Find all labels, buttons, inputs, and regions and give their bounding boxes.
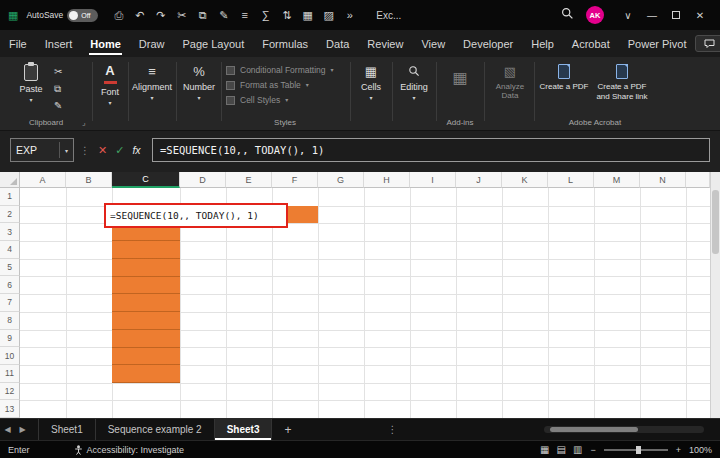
vertical-scrollbar-thumb[interactable] (712, 190, 719, 254)
column-header-i[interactable]: I (410, 172, 456, 188)
table-icon[interactable]: ▦ (297, 9, 318, 22)
zoom-out-button[interactable]: − (590, 445, 595, 455)
comments-button[interactable]: Comments (695, 35, 720, 52)
row-header-13[interactable]: 13 (0, 400, 20, 418)
column-header-e[interactable]: E (226, 172, 272, 188)
close-button[interactable]: ✕ (688, 10, 712, 21)
column-header-g[interactable]: G (318, 172, 364, 188)
formula-input[interactable]: =SEQUENCE(10,, TODAY(), 1) (152, 138, 710, 162)
styles-item-conditional-formatting[interactable]: Conditional Formatting▾ (226, 65, 334, 75)
minimize-button[interactable]: — (640, 10, 664, 21)
search-icon[interactable] (561, 6, 574, 24)
ribbon-tab-power-pivot[interactable]: Power Pivot (619, 30, 696, 57)
column-header-m[interactable]: M (594, 172, 640, 188)
column-header-b[interactable]: B (66, 172, 112, 188)
dialog-launcher-icon[interactable]: ⌟ (82, 118, 86, 127)
column-header-j[interactable]: J (456, 172, 502, 188)
sheet-tab-sequence-example-2[interactable]: Sequence example 2 (96, 419, 215, 440)
cut-button[interactable]: ✂ (54, 67, 62, 77)
select-all-corner[interactable] (0, 172, 20, 188)
row-header-10[interactable]: 10 (0, 347, 20, 365)
page-break-view-icon[interactable]: ▥ (573, 444, 582, 455)
vertical-scrollbar[interactable] (710, 172, 720, 418)
analyze-data-button[interactable]: ▧ Analyze Data (488, 65, 532, 100)
copy-button[interactable]: ⧉ (54, 84, 62, 94)
spill-overflow-cell[interactable] (288, 206, 318, 224)
sheet-tab-sheet1[interactable]: Sheet1 (39, 419, 96, 440)
font-group-button[interactable]: A Font ▾ (94, 65, 126, 106)
cells-group-button[interactable]: ▦ Cells ▾ (352, 65, 390, 101)
fill-color-icon[interactable]: ▨ (318, 9, 339, 22)
alignment-group-button[interactable]: ≡ Alignment ▾ (130, 65, 174, 101)
accessibility-checker[interactable]: Accessibility: Investigate (74, 445, 185, 455)
zoom-slider-thumb[interactable] (636, 446, 641, 454)
ribbon-tab-file[interactable]: File (0, 30, 36, 57)
autosum-icon[interactable]: ∑ (255, 9, 276, 21)
next-sheet-icon[interactable]: ▶ (15, 425, 30, 434)
ribbon-tab-developer[interactable]: Developer (454, 30, 522, 57)
ribbon-tab-formulas[interactable]: Formulas (253, 30, 317, 57)
row-header-7[interactable]: 7 (0, 294, 20, 312)
column-header-k[interactable]: K (502, 172, 548, 188)
maximize-button[interactable] (664, 10, 688, 21)
spreadsheet-grid[interactable]: ABCDEFGHIJKLMN12345678910111213 =SEQUENC… (0, 172, 710, 418)
create-pdf-share-button[interactable]: Create a PDF and Share link (592, 64, 652, 101)
format-painter-icon[interactable]: ✎ (213, 9, 234, 22)
row-header-8[interactable]: 8 (0, 312, 20, 330)
formula-bar-handle[interactable]: ⋮ (80, 145, 90, 156)
horizontal-scrollbar-thumb[interactable] (550, 427, 638, 432)
zoom-slider[interactable] (604, 449, 668, 451)
cancel-button[interactable]: ✕ (98, 144, 107, 157)
zoom-level[interactable]: 100% (689, 445, 712, 455)
row-header-2[interactable]: 2 (0, 206, 20, 224)
row-header-12[interactable]: 12 (0, 383, 20, 401)
number-group-button[interactable]: % Number ▾ (178, 65, 220, 101)
redo-icon[interactable]: ↷ (150, 9, 171, 22)
ribbon-options-icon[interactable]: ∨ (616, 10, 640, 21)
qat-more-icon[interactable]: » (339, 9, 360, 21)
ribbon-tab-home[interactable]: Home (81, 30, 130, 57)
ribbon-tab-acrobat[interactable]: Acrobat (563, 30, 619, 57)
copy-icon[interactable]: ⧉ (192, 9, 213, 22)
formula-edit-cell[interactable]: =SEQUENCE(10,, TODAY(), 1) (104, 203, 288, 228)
create-pdf-button[interactable]: Create a PDF (538, 64, 590, 92)
undo-icon[interactable]: ↶ (129, 9, 150, 22)
ribbon-tab-insert[interactable]: Insert (36, 30, 82, 57)
column-header-n[interactable]: N (640, 172, 686, 188)
ribbon-tab-page-layout[interactable]: Page Layout (173, 30, 253, 57)
ribbon-tab-data[interactable]: Data (317, 30, 358, 57)
autosave-toggle[interactable]: AutoSave Off (26, 9, 98, 22)
row-header-1[interactable]: 1 (0, 188, 20, 206)
prev-sheet-icon[interactable]: ◀ (0, 425, 15, 434)
ribbon-tab-help[interactable]: Help (522, 30, 563, 57)
styles-item-cell-styles[interactable]: Cell Styles▾ (226, 95, 334, 105)
addins-button[interactable]: ▦ (440, 71, 480, 85)
save-icon[interactable]: ⎙ (108, 9, 129, 22)
row-header-9[interactable]: 9 (0, 330, 20, 348)
cut-icon[interactable]: ✂ (171, 9, 192, 22)
column-header-l[interactable]: L (548, 172, 594, 188)
horizontal-scrollbar[interactable] (544, 426, 704, 433)
column-header-c[interactable]: C (112, 172, 180, 188)
sheet-tab-sheet3[interactable]: Sheet3 (215, 419, 273, 440)
align-icon[interactable]: ≡ (234, 9, 255, 21)
name-box[interactable]: EXP ▾ (10, 138, 74, 162)
editing-group-button[interactable]: Editing ▾ (394, 65, 434, 101)
styles-item-format-as-table[interactable]: Format as Table▾ (226, 80, 334, 90)
row-header-5[interactable]: 5 (0, 259, 20, 277)
spill-range-highlight[interactable] (112, 206, 180, 383)
column-header-h[interactable]: H (364, 172, 410, 188)
row-header-6[interactable]: 6 (0, 276, 20, 294)
enter-button[interactable]: ✓ (115, 144, 124, 157)
autosave-switch[interactable]: Off (67, 9, 98, 22)
ribbon-tab-review[interactable]: Review (358, 30, 412, 57)
row-header-4[interactable]: 4 (0, 241, 20, 259)
ribbon-tab-view[interactable]: View (412, 30, 454, 57)
column-header-f[interactable]: F (272, 172, 318, 188)
column-header-d[interactable]: D (180, 172, 226, 188)
row-header-11[interactable]: 11 (0, 365, 20, 383)
chevron-down-icon[interactable]: ▾ (59, 142, 68, 158)
ribbon-tab-draw[interactable]: Draw (130, 30, 174, 57)
sort-filter-icon[interactable]: ⇅ (276, 9, 297, 22)
new-sheet-button[interactable]: + (284, 423, 291, 437)
